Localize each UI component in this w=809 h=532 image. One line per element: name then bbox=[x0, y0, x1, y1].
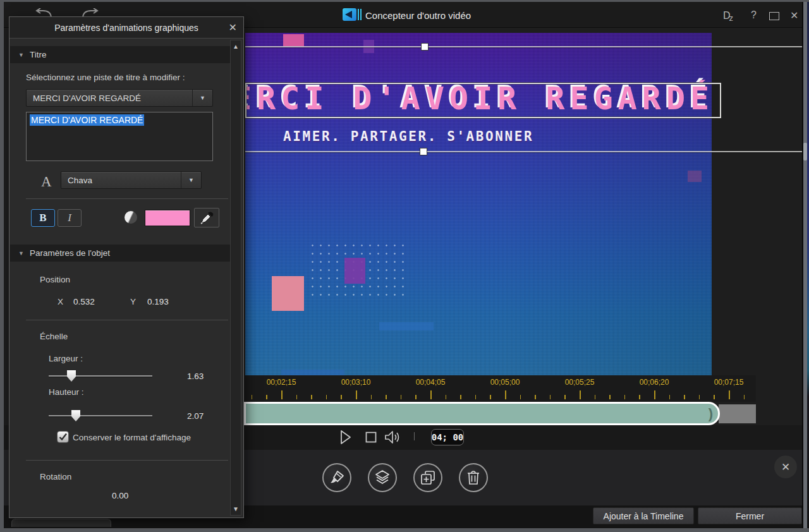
position-label: Position bbox=[40, 275, 70, 284]
selected-text: MERCI D'AVOIR REGARDÉ bbox=[30, 114, 144, 126]
collapse-close-button[interactable]: ✕ bbox=[774, 456, 797, 478]
y-value[interactable]: 0.193 bbox=[147, 297, 169, 306]
minor-tick bbox=[535, 395, 536, 399]
minor-tick bbox=[252, 395, 253, 399]
play-icon[interactable] bbox=[339, 430, 352, 445]
scroll-up-icon[interactable]: ▲ bbox=[231, 43, 241, 50]
rotation-label: Rotation bbox=[40, 472, 71, 481]
minor-tick bbox=[475, 395, 477, 399]
bold-button[interactable]: B bbox=[31, 209, 55, 227]
eyedropper-button[interactable] bbox=[194, 208, 219, 227]
y-label: Y bbox=[130, 297, 136, 306]
major-tick bbox=[654, 390, 655, 399]
ruler-timestamp: 00;05;00 bbox=[490, 378, 520, 387]
ruler-timestamp: 00;03;10 bbox=[341, 378, 371, 387]
panel-title: Paramètres d'animations graphiques ✕ bbox=[9, 17, 243, 39]
collapse-arrow-icon: ▼ bbox=[18, 250, 24, 257]
major-tick bbox=[580, 390, 581, 399]
clip-trim-handle[interactable]: ) bbox=[709, 406, 713, 422]
glitch-square bbox=[283, 34, 304, 46]
checkmark-icon bbox=[58, 432, 68, 442]
minor-tick bbox=[595, 395, 596, 399]
title-text-input[interactable]: MERCI D'AVOIR REGARDÉ bbox=[26, 112, 213, 161]
minor-tick bbox=[490, 395, 491, 399]
panel-scrollbar[interactable]: ▲ ▼ bbox=[230, 40, 241, 516]
maximize-icon[interactable] bbox=[769, 12, 779, 20]
add-to-timeline-button[interactable]: Ajouter à la Timeline bbox=[593, 507, 694, 524]
directorzone-icon[interactable]: Dz bbox=[723, 10, 734, 21]
font-glyph-label: A bbox=[41, 174, 52, 190]
ruler-timestamp: 00;06;20 bbox=[640, 378, 669, 387]
help-icon[interactable]: ? bbox=[751, 9, 757, 21]
height-slider[interactable] bbox=[49, 415, 152, 416]
width-value[interactable]: 1.63 bbox=[187, 372, 204, 381]
selection-handle-top[interactable] bbox=[421, 43, 429, 51]
ruler-timestamp: 00;07;15 bbox=[714, 378, 744, 387]
selection-line-top[interactable] bbox=[245, 46, 803, 47]
minor-tick bbox=[669, 395, 671, 399]
duplicate-icon bbox=[420, 469, 436, 486]
minor-tick bbox=[624, 395, 626, 399]
track-select-label: Sélectionnez une piste de titre à modifi… bbox=[26, 73, 185, 82]
minor-tick bbox=[714, 395, 715, 399]
stop-icon[interactable] bbox=[365, 431, 377, 444]
timeline-clip[interactable]: ) bbox=[244, 402, 720, 425]
window-title: Concepteur d'outro vidéo bbox=[365, 10, 471, 21]
volume-icon[interactable] bbox=[384, 430, 402, 445]
window-frame bbox=[0, 528, 809, 532]
window-close-icon[interactable]: ✕ bbox=[790, 9, 798, 21]
trash-icon bbox=[465, 469, 482, 486]
height-slider-thumb[interactable] bbox=[71, 410, 80, 421]
chevron-down-icon: ▼ bbox=[181, 172, 201, 188]
minor-tick bbox=[296, 395, 298, 399]
delete-button[interactable] bbox=[459, 463, 488, 492]
minor-tick bbox=[266, 395, 267, 399]
divider bbox=[26, 460, 228, 461]
partially-hidden-control bbox=[11, 519, 111, 527]
x-value[interactable]: 0.532 bbox=[73, 297, 95, 306]
duplicate-button[interactable] bbox=[413, 463, 442, 492]
collapse-arrow-icon: ▼ bbox=[18, 52, 24, 58]
style-brush-button[interactable] bbox=[322, 463, 351, 492]
minor-tick bbox=[744, 395, 745, 399]
scale-label: Échelle bbox=[40, 332, 68, 341]
keep-aspect-checkbox[interactable] bbox=[57, 431, 69, 443]
selection-line-bottom[interactable] bbox=[245, 151, 803, 152]
major-tick bbox=[430, 390, 432, 399]
divider bbox=[26, 198, 228, 199]
layers-button[interactable] bbox=[368, 463, 397, 492]
ruler-timestamp: 00;04;05 bbox=[416, 378, 446, 387]
time-display[interactable]: 04; 00 bbox=[431, 429, 464, 445]
italic-button[interactable]: I bbox=[58, 209, 82, 227]
font-color-swatch[interactable] bbox=[145, 210, 190, 226]
rotation-value[interactable]: 0.00 bbox=[112, 491, 128, 500]
opacity-icon bbox=[125, 211, 137, 224]
selection-handle-bottom[interactable] bbox=[420, 148, 427, 155]
minor-tick bbox=[401, 395, 402, 399]
title-bounding-box[interactable] bbox=[245, 83, 721, 118]
minor-tick bbox=[356, 395, 357, 399]
font-dropdown[interactable]: Chava ▼ bbox=[61, 171, 202, 189]
ruler-timestamp: 00;02;15 bbox=[267, 378, 296, 387]
minor-tick bbox=[341, 395, 342, 399]
minor-tick bbox=[311, 395, 312, 399]
major-tick bbox=[281, 390, 283, 399]
close-button[interactable]: Fermer bbox=[698, 507, 802, 524]
glitch-square bbox=[272, 276, 304, 311]
minor-tick bbox=[371, 395, 372, 399]
width-slider[interactable] bbox=[49, 375, 152, 377]
section-titre[interactable]: ▼ Titre bbox=[10, 46, 233, 63]
title-track-dropdown[interactable]: MERCI D'AVOIR REGARDÉ ▼ bbox=[26, 89, 213, 107]
panel-close-icon[interactable]: ✕ bbox=[229, 21, 237, 33]
minor-tick bbox=[326, 395, 327, 399]
window-frame bbox=[0, 2, 4, 528]
timeline-ruler[interactable]: 00;02;1500;03;1000;04;0500;05;0000;05;25… bbox=[244, 375, 756, 402]
eyedropper-icon bbox=[200, 211, 214, 225]
minor-tick bbox=[386, 395, 387, 399]
height-value[interactable]: 2.07 bbox=[187, 411, 204, 421]
scroll-down-icon[interactable]: ▼ bbox=[231, 505, 241, 512]
width-slider-thumb[interactable] bbox=[67, 370, 76, 382]
section-objet[interactable]: ▼ Paramètres de l'objet bbox=[10, 245, 233, 262]
x-label: X bbox=[58, 297, 63, 306]
desktop-scrollbar-thumb bbox=[803, 143, 807, 160]
